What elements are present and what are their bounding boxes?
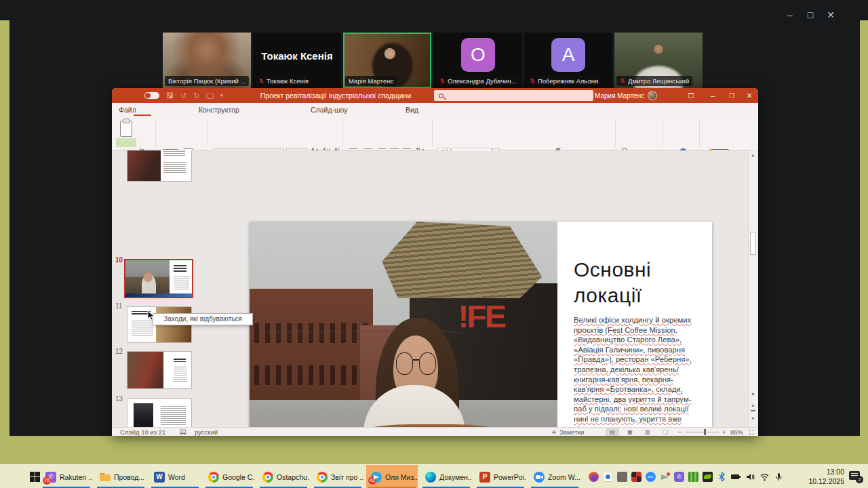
zoom-out-button[interactable]: − — [677, 428, 682, 436]
scroll-up-icon[interactable]: ▲ — [749, 152, 757, 157]
thumbnail-tooltip: Заходи, які відбуваються — [153, 313, 253, 325]
document-title: Проект ревіталізації індустріальної спад… — [234, 88, 437, 103]
tray-wifi-icon[interactable] — [760, 472, 770, 482]
taskbar-item-word[interactable]: W Word — [149, 465, 201, 488]
tray-mic-icon[interactable] — [774, 472, 784, 482]
unread-badge: 42 — [368, 476, 376, 485]
slide-thumbnail-9[interactable] — [127, 150, 192, 182]
mouse-cursor — [147, 310, 155, 323]
taskbar-item-zoom[interactable]: Zoom W... — [529, 465, 580, 488]
paste-button[interactable] — [120, 121, 132, 137]
slide-sorter-view-button[interactable]: ▦ — [623, 428, 637, 436]
clock-time: 13:00 — [793, 467, 844, 476]
chrome-icon — [208, 472, 219, 483]
tray-security-icon[interactable] — [631, 472, 642, 482]
participant-tile-video[interactable]: Вікторія Пацюк (Кривий ... — [163, 33, 251, 88]
tray-viber-icon[interactable]: ✆ — [674, 472, 684, 482]
tray-firefox-icon[interactable] — [589, 472, 599, 482]
participant-tile-active-speaker[interactable]: Марія Мартенс — [343, 33, 431, 88]
workspace: 10 11 Заходи, які відбуваються 12 — [112, 150, 758, 427]
ribbon: ✂ ◤ A˄ A˅ A̸ Ж К Ч S ab АВ Аа 🖉 А — [112, 117, 758, 150]
scroll-down-icon[interactable]: ▼ — [749, 392, 757, 396]
tray-telegram-icon[interactable] — [660, 472, 670, 482]
normal-view-button[interactable]: ▤ — [606, 428, 619, 436]
slide-counter: Слайд 10 из 21 — [120, 428, 165, 436]
tab-view[interactable]: Вид — [406, 103, 418, 117]
tray-lan-icon[interactable] — [688, 472, 698, 482]
desktop-edge-left — [0, 20, 9, 436]
zoom-slider-knob[interactable] — [704, 429, 706, 435]
start-slideshow-icon[interactable]: 🖵 — [206, 92, 214, 100]
taskbar-item-edge[interactable]: Докумен... — [420, 465, 472, 488]
ppt-minimize-button[interactable]: – — [703, 88, 722, 103]
taskbar-item-powerpoint[interactable]: P PowerPoi... — [475, 465, 526, 488]
scrollbar-thumb[interactable] — [750, 232, 756, 255]
edge-icon — [425, 472, 436, 483]
zoom-in-button[interactable]: + — [722, 428, 726, 436]
slide-thumbnail-10-selected[interactable] — [124, 259, 193, 298]
taskbar-clock[interactable]: 13:00 10.12.2025 — [793, 467, 844, 486]
start-button[interactable] — [30, 472, 40, 482]
muted-mic-icon — [258, 78, 264, 84]
slide-title: Основні локації — [574, 257, 703, 308]
slide-thumbnail-12[interactable] — [127, 351, 192, 389]
account-area[interactable]: Мария Мартенс — [595, 88, 657, 103]
slide-text-panel: Основні локації Великі офіси холдингу й … — [557, 222, 712, 427]
zoom-close-button[interactable]: ✕ — [821, 9, 841, 20]
undo-icon[interactable]: ↺ — [180, 92, 186, 100]
zoom-maximize-button[interactable]: □ — [800, 9, 821, 20]
zoom-slider[interactable] — [685, 432, 719, 432]
quick-access-dropdown-icon[interactable]: ▾ — [220, 93, 223, 98]
spellcheck-icon[interactable]: 🕮 — [180, 428, 186, 435]
tab-slideshow[interactable]: Слайд-шоу — [311, 103, 347, 117]
system-tray: zm ✆ — [589, 465, 784, 488]
taskbar-item-rakuten[interactable]: ✆76 Rakuten ... — [41, 465, 92, 488]
tray-settings-icon[interactable] — [603, 472, 613, 482]
participant-tile-video[interactable]: Дмитро Лещинський — [614, 33, 703, 88]
reading-view-button[interactable]: ▥ — [641, 428, 654, 436]
slide-thumbnail-13[interactable] — [127, 399, 192, 427]
notes-button[interactable]: Заметки — [559, 428, 584, 436]
taskbar-item-chrome-3[interactable]: Звіт про ... — [312, 465, 363, 488]
screen: – □ ✕ Вікторія Пацюк (Кривий ... Токаюк … — [0, 0, 868, 488]
tray-nvidia-icon[interactable] — [703, 472, 713, 482]
participant-name-label: Токаюк Ксенія — [255, 76, 312, 86]
participant-initial-avatar: A — [551, 38, 585, 72]
clock-date: 10.12.2025 — [793, 476, 844, 486]
tray-battery-icon[interactable] — [731, 472, 741, 482]
taskbar-item-chrome-1[interactable]: Google C... — [203, 465, 255, 488]
taskbar-item-chrome-2[interactable]: Ostapchu... — [258, 465, 309, 488]
save-icon[interactable]: 🖫 — [166, 92, 174, 100]
fit-slide-icon[interactable]: ⛶ — [749, 428, 754, 436]
word-icon: W — [154, 472, 165, 483]
account-avatar — [648, 91, 657, 100]
taskbar-item-telegram-active[interactable]: 42 Оля Миз... — [366, 465, 418, 488]
taskbar-item-explorer[interactable]: Провод... — [95, 465, 146, 488]
next-slide-icon[interactable]: ▼ — [749, 416, 757, 421]
ppt-close-button[interactable]: ✕ — [740, 88, 759, 103]
selected-tab-indicator — [134, 115, 151, 116]
tray-zoom-icon[interactable]: zm — [646, 472, 656, 482]
zoom-minimize-button[interactable]: – — [780, 9, 800, 20]
ribbon-display-options-button[interactable]: 🗖 — [682, 88, 701, 103]
previous-slide-icon[interactable]: ▲▬ — [749, 403, 757, 412]
ppt-restore-button[interactable]: ❐ — [722, 88, 741, 103]
slide-canvas[interactable]: !FE ЯEPUB Основні локації Великі офіси х… — [250, 222, 712, 427]
participant-tile-name-only[interactable]: Токаюк Ксенія Токаюк Ксенія — [253, 33, 341, 88]
tab-design[interactable]: Конструктор — [199, 103, 239, 117]
language-indicator[interactable]: русский — [195, 428, 218, 436]
redo-icon[interactable]: ↻ — [193, 92, 199, 100]
chrome-icon — [262, 472, 273, 483]
participant-tile-avatar[interactable]: A Побережняк Альона — [524, 33, 612, 88]
canvas-scrollbar[interactable]: ▲ ▼ ▲▬ ▼ — [748, 150, 757, 427]
zoom-app-icon — [534, 472, 545, 483]
tray-folder-icon[interactable] — [617, 472, 627, 482]
zoom-percent[interactable]: 86% — [730, 428, 743, 436]
zoom-window-controls: – □ ✕ — [780, 9, 841, 20]
tray-volume-icon[interactable] — [745, 472, 755, 482]
participant-tile-avatar[interactable]: O Олександра Дубачин... — [434, 33, 522, 88]
tray-bluetooth-icon[interactable] — [717, 472, 727, 482]
search-input[interactable] — [434, 90, 593, 101]
autosave-toggle[interactable] — [144, 92, 159, 99]
slideshow-view-button[interactable]: 🖵 — [658, 428, 672, 436]
